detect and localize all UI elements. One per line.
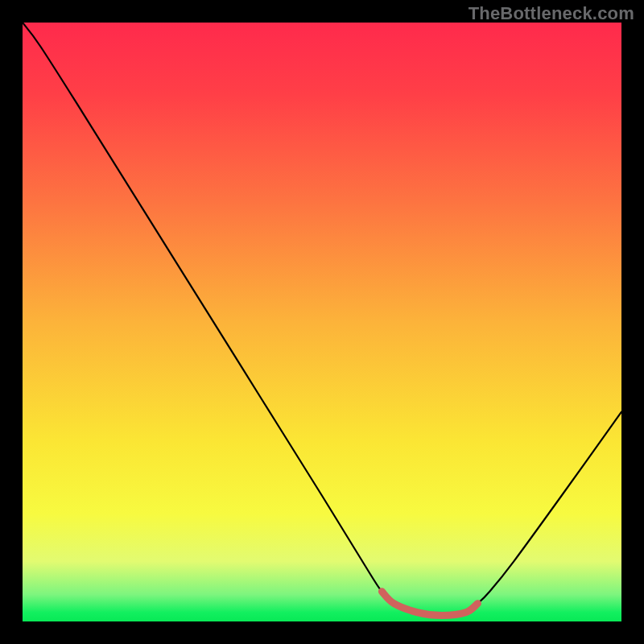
gradient-background <box>23 23 621 621</box>
chart-svg <box>23 23 621 621</box>
chart-stage: TheBottleneck.com <box>0 0 644 644</box>
watermark-text: TheBottleneck.com <box>469 3 634 24</box>
